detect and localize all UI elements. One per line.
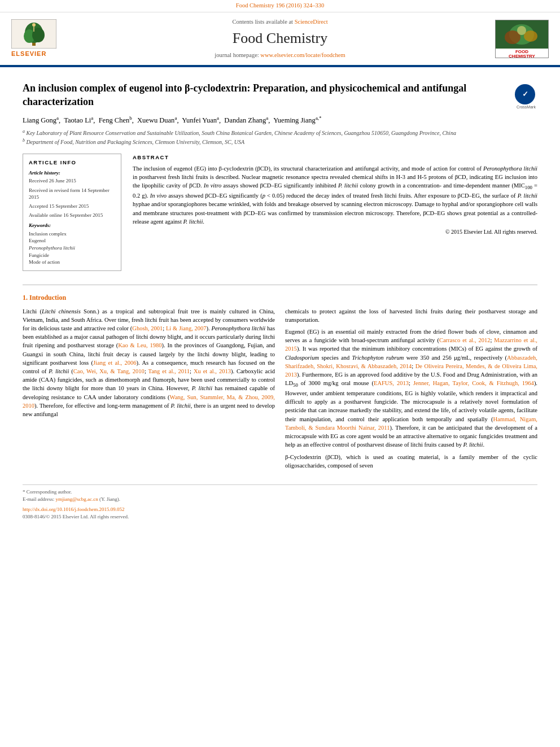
- intro-divider: [23, 285, 537, 285]
- food-chemistry-logo-area: FOODCHEMISTRY: [487, 20, 549, 58]
- affiliation-a: Key Laboratory of Plant Resource Conserv…: [27, 130, 456, 136]
- intro-para-2: chemicals to protect against the loss of…: [285, 307, 537, 324]
- crossmark-logo[interactable]: ✓ CrossMark: [515, 84, 537, 110]
- keyword-3: Peronophythora litchii: [29, 244, 115, 252]
- author-liang-gong: Liang Gong: [23, 116, 56, 124]
- authors-line: Liang Gonga, Taotao Lia, Feng Chenb, Xue…: [23, 115, 537, 126]
- corresponding-author-note: * Corresponding author.: [23, 488, 537, 496]
- keyword-1: Inclusion complex: [29, 230, 115, 238]
- doi-line: http://dx.doi.org/10.1016/j.foodchem.201…: [23, 506, 537, 513]
- keyword-2: Eugenol: [29, 237, 115, 244]
- food-chem-logo-image: [496, 20, 548, 49]
- affiliations: a Key Laboratory of Plant Resource Conse…: [23, 128, 537, 147]
- available-date: Available online 16 September 2015: [29, 212, 115, 219]
- ref-mazzarrino-2015[interactable]: Mazzarrino et al., 2015: [285, 337, 537, 352]
- revised-date: Received in revised form 14 September 20…: [29, 187, 115, 200]
- crossmark-label: CrossMark: [515, 104, 537, 110]
- abstract-column: ABSTRACT The inclusion of eugenol (EG) i…: [133, 154, 537, 277]
- intro-para-4: β-Cyclodextrin (βCD), which is used as c…: [285, 453, 537, 470]
- svg-point-5: [32, 23, 36, 27]
- sciencedirect-link[interactable]: ScienceDirect: [295, 19, 328, 25]
- ref-ghosh-2001[interactable]: Ghosh, 2001: [132, 325, 163, 331]
- svg-point-12: [517, 26, 526, 35]
- journal-center-header: Contents lists available at ScienceDirec…: [73, 18, 487, 60]
- article-id-bar: Food Chemistry 196 (2016) 324–330: [0, 0, 560, 12]
- keywords-label: Keywords:: [29, 222, 115, 229]
- doi-link[interactable]: http://dx.doi.org/10.1016/j.foodchem.201…: [23, 506, 125, 512]
- food-chemistry-logo: FOODCHEMISTRY: [495, 20, 549, 58]
- intro-para-1: Litchi (Litchi chinensis Sonn.) as a tro…: [23, 307, 275, 419]
- elsevier-wordmark: ELSEVIER: [11, 50, 46, 58]
- author-taotao-li: Taotao Li: [64, 116, 91, 124]
- keyword-4: Fungicide: [29, 252, 115, 259]
- keyword-5: Mode of action: [29, 259, 115, 266]
- sciencedirect-label: Contents lists available at ScienceDirec…: [73, 18, 487, 27]
- header-divider: [0, 66, 560, 67]
- author-yunfei-yuan: Yunfei Yuan: [182, 116, 217, 124]
- email-line: E-mail address: ymjiang@scbg.ac.cn (Y. J…: [23, 496, 537, 503]
- article-info-column: ARTICLE INFO Article history: Received 2…: [23, 154, 121, 277]
- intro-two-col: Litchi (Litchi chinensis Sonn.) as a tro…: [23, 307, 537, 474]
- article-footer: * Corresponding author. E-mail address: …: [23, 484, 537, 520]
- ref-hammad-2011[interactable]: Hammad, Nigam, Tamboli, & Sundara Moorth…: [285, 416, 537, 431]
- copyright-notice: © 2015 Elsevier Ltd. All rights reserved…: [133, 228, 537, 237]
- author-feng-chen: Feng Chen: [99, 116, 130, 124]
- abstract-section: ABSTRACT The inclusion of eugenol (EG) i…: [133, 154, 537, 237]
- author-xuewu-duan: Xuewu Duan: [137, 116, 174, 124]
- ref-cao-2010[interactable]: Cao, Wei, Xu, & Tang, 2010: [73, 368, 145, 374]
- homepage-url[interactable]: www.elsevier.com/locate/foodchem: [260, 52, 345, 58]
- keywords-section: Keywords: Inclusion complex Eugenol Pero…: [29, 222, 115, 266]
- abstract-text: The inclusion of eugenol (EG) into β-cyc…: [133, 164, 537, 237]
- intro-para-3: Eugenol (EG) is an essential oil mainly …: [285, 327, 537, 449]
- article-info-title: ARTICLE INFO: [29, 159, 115, 166]
- journal-homepage: journal homepage: www.elsevier.com/locat…: [73, 51, 487, 60]
- article-history-label: Article history:: [29, 169, 115, 177]
- abstract-title: ABSTRACT: [133, 154, 537, 161]
- article-title-text: An inclusion complex of eugenol into β-c…: [23, 82, 509, 108]
- food-chem-logo-art: [496, 20, 548, 49]
- svg-point-11: [524, 30, 537, 42]
- ref-kao-leu-1980[interactable]: Kao & Leu, 1980: [118, 342, 161, 348]
- intro-heading: 1. Introduction: [23, 293, 537, 303]
- ref-li-jiang-2007[interactable]: Li & Jiang, 2007: [166, 325, 207, 331]
- article-info-box: ARTICLE INFO Article history: Received 2…: [23, 154, 121, 271]
- food-chem-logo-label: FOODCHEMISTRY: [496, 49, 548, 58]
- ref-carrasco-2012[interactable]: Carrasco et al., 2012: [439, 337, 491, 343]
- journal-header: ELSEVIER Contents lists available at Sci…: [0, 12, 560, 67]
- ref-jenner-1964[interactable]: Jenner, Hagan, Taylor, Cook, & Fitzhugh,…: [413, 380, 534, 386]
- article-body: An inclusion complex of eugenol into β-c…: [0, 72, 560, 531]
- article-id-text: Food Chemistry 196 (2016) 324–330: [236, 2, 324, 8]
- intro-col-left: Litchi (Litchi chinensis Sonn.) as a tro…: [23, 307, 275, 474]
- article-title-section: An inclusion complex of eugenol into β-c…: [23, 77, 537, 110]
- author-email-link[interactable]: ymjiang@scbg.ac.cn: [55, 496, 98, 502]
- accepted-date: Accepted 15 September 2015: [29, 203, 115, 209]
- journal-title: Food Chemistry: [73, 28, 487, 49]
- received-date: Received 26 June 2015: [29, 177, 115, 184]
- ref-jiang-2006[interactable]: Jiang et al., 2006: [93, 360, 137, 366]
- elsevier-tree-icon: [11, 19, 56, 49]
- article-info-abstract-section: ARTICLE INFO Article history: Received 2…: [23, 154, 537, 277]
- issn-line: 0308-8146/© 2015 Elsevier Ltd. All right…: [23, 513, 537, 521]
- ref-xu-2013[interactable]: Xu et al., 2013: [194, 368, 231, 374]
- article-title: An inclusion complex of eugenol into β-c…: [23, 82, 509, 108]
- affiliation-b: Department of Food, Nutrition and Packag…: [27, 139, 245, 146]
- intro-col-right: chemicals to protect against the loss of…: [285, 307, 537, 474]
- elsevier-logo-area: ELSEVIER: [11, 19, 73, 58]
- ref-wang-2009[interactable]: Wang, Sun, Stammler, Ma, & Zhou, 2009, 2…: [23, 394, 275, 409]
- ref-eafus-2013[interactable]: EAFUS, 2013: [374, 380, 409, 386]
- crossmark-icon: ✓: [515, 84, 535, 104]
- ref-tang-2011[interactable]: Tang et al., 2011: [148, 368, 190, 374]
- author-dandan-zhang: Dandan Zhang: [224, 116, 266, 124]
- author-yueming-jiang: Yueming Jiang: [273, 116, 316, 124]
